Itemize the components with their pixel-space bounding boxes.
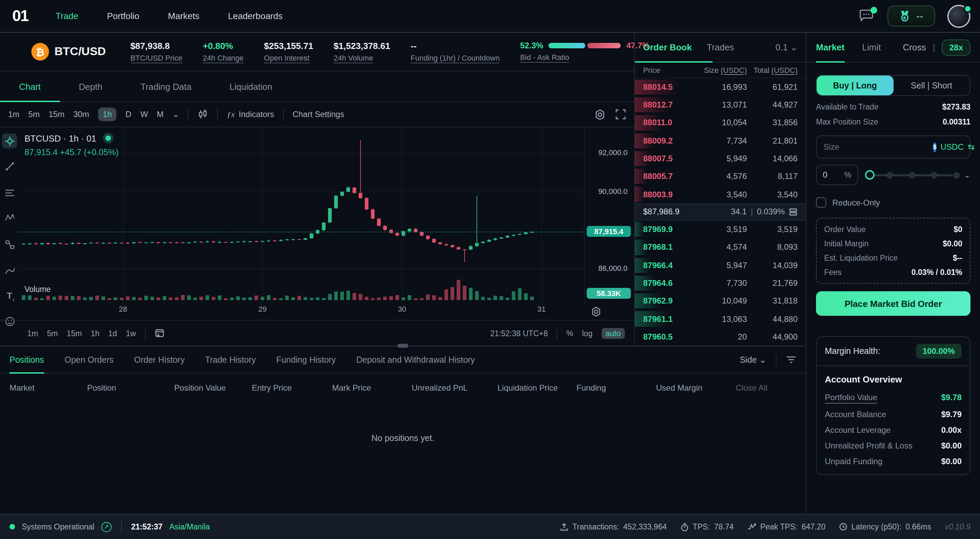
tf-d[interactable]: D	[126, 110, 131, 119]
tf-m[interactable]: M	[157, 110, 164, 119]
ask-row[interactable]: 88005.74,5768,117	[635, 167, 806, 186]
chat-button[interactable]	[859, 8, 875, 24]
chart-settings-button[interactable]: Chart Settings	[293, 110, 344, 119]
tab-positions[interactable]: Positions	[10, 347, 44, 373]
filter-icon[interactable]	[786, 355, 796, 364]
tf-30m[interactable]: 30m	[73, 110, 89, 119]
tab-chart[interactable]: Chart	[0, 72, 60, 102]
leverage-button[interactable]: 28x	[942, 39, 970, 56]
pattern-tool-icon[interactable]	[2, 210, 17, 225]
bid-row[interactable]: 87964.67,73021,769	[635, 274, 806, 292]
bid-row[interactable]: 87962.910,04931,818	[635, 292, 806, 310]
ask-row[interactable]: 88007.55,94914,066	[635, 150, 806, 168]
slider-step[interactable]	[953, 172, 959, 178]
btf-1d[interactable]: 1d	[108, 329, 117, 337]
ask-row[interactable]: 88011.010,05431,856	[635, 114, 806, 132]
scale-percent-button[interactable]: %	[566, 329, 573, 337]
nav-item-leaderboards[interactable]: Leaderboards	[228, 11, 282, 21]
swap-asset-icon[interactable]: ⇆	[968, 142, 975, 152]
size-slider[interactable]	[865, 167, 957, 182]
tab-trades[interactable]: Trades	[707, 33, 734, 62]
scale-auto-button[interactable]: auto	[601, 328, 625, 339]
pair-selector[interactable]: ₿ BTC/USD	[31, 43, 106, 60]
trendline-tool-icon[interactable]	[2, 159, 17, 173]
ask-row[interactable]: 88014.516,99361,921	[635, 78, 806, 96]
tab-market[interactable]: Market	[816, 33, 845, 62]
logo[interactable]: 01	[12, 7, 28, 25]
bid-row[interactable]: 87960.52044,900	[635, 328, 806, 346]
system-status[interactable]: Systems Operational	[22, 523, 95, 531]
slider-expand-icon[interactable]: ⌄	[964, 170, 970, 180]
tf-1h[interactable]: 1h	[98, 108, 117, 121]
btf-1w[interactable]: 1w	[126, 329, 136, 337]
tab-depth[interactable]: Depth	[60, 72, 121, 102]
indicators-button[interactable]: ƒx Indicators	[227, 109, 274, 119]
tab-deposit-withdrawal-history[interactable]: Deposit and Withdrawal History	[356, 347, 475, 373]
nav-item-markets[interactable]: Markets	[168, 11, 199, 21]
tab-limit[interactable]: Limit	[862, 33, 881, 62]
ask-row[interactable]: 88003.93,5403,540	[635, 186, 806, 204]
chart-clock[interactable]: 21:52:38 UTC+8	[490, 329, 548, 337]
brush-tool-icon[interactable]	[2, 263, 17, 278]
go-to-date-icon[interactable]	[154, 328, 164, 338]
margin-mode-selector[interactable]: Cross	[903, 42, 926, 52]
collapse-rail-icon[interactable]: ‹	[12, 295, 15, 304]
horizontal-lines-tool-icon[interactable]	[2, 185, 17, 200]
col-close-all[interactable]: Close All	[736, 383, 806, 393]
tf-5m[interactable]: 5m	[28, 110, 40, 119]
avatar[interactable]	[947, 5, 970, 27]
place-order-button[interactable]: Place Market Bid Order	[816, 291, 970, 316]
tab-liquidation[interactable]: Liquidation	[210, 72, 291, 102]
size-input[interactable]	[824, 142, 929, 152]
tf-15m[interactable]: 15m	[49, 110, 65, 119]
tab-trading-data[interactable]: Trading Data	[121, 72, 210, 102]
bid-row[interactable]: 87961.113,06344,880	[635, 310, 806, 328]
tab-order-book[interactable]: Order Book	[643, 33, 692, 62]
time-axis[interactable]: 28293031	[19, 305, 584, 318]
footer-timezone[interactable]: Asia/Manila	[169, 523, 210, 531]
forecast-tool-icon[interactable]	[2, 237, 17, 252]
slider-step[interactable]	[909, 172, 915, 178]
price-axis[interactable]: 92,000.0 90,000.0 86,000.0 87,915.4 58.3…	[584, 127, 634, 305]
btf-1m[interactable]: 1m	[27, 329, 38, 337]
tab-open-orders[interactable]: Open Orders	[64, 347, 114, 373]
btf-1h[interactable]: 1h	[91, 329, 100, 337]
tf-1m[interactable]: 1m	[8, 110, 19, 119]
chart-gear-icon[interactable]	[594, 108, 606, 120]
spread-row[interactable]: $87,986.9 34.1 | 0.039%	[635, 204, 806, 221]
reduce-only-checkbox[interactable]	[816, 197, 826, 208]
status-link-icon[interactable]: ↗	[102, 522, 111, 532]
side-filter-dropdown[interactable]: Side ⌄	[740, 355, 766, 365]
tf-w[interactable]: W	[140, 110, 148, 119]
crosshair-tool-icon[interactable]	[2, 134, 17, 148]
book-layout-icon[interactable]	[789, 208, 798, 216]
status-dot-icon[interactable]	[103, 133, 114, 144]
buy-long-button[interactable]: Buy | Long	[817, 76, 893, 95]
volume-settings-icon[interactable]	[591, 306, 601, 317]
slider-step[interactable]	[931, 172, 937, 178]
scale-log-button[interactable]: log	[582, 329, 593, 337]
sell-short-button[interactable]: Sell | Short	[893, 76, 970, 95]
bid-row[interactable]: 87968.14,5748,093	[635, 238, 806, 256]
slider-step[interactable]	[887, 172, 893, 178]
precision-dropdown[interactable]: 0.1 ⌄	[775, 42, 798, 52]
tab-order-history[interactable]: Order History	[134, 347, 185, 373]
ask-row[interactable]: 88012.713,07144,927	[635, 96, 806, 114]
bid-row[interactable]: 87969.93,5193,519	[635, 221, 806, 238]
wallet-button[interactable]: ★ --	[888, 5, 935, 27]
tab-funding-history[interactable]: Funding History	[276, 347, 336, 373]
timeframe-more-icon[interactable]: ⌄	[172, 110, 179, 119]
percent-input[interactable]	[823, 170, 840, 180]
x-tick: 31	[537, 305, 546, 313]
ask-row[interactable]: 88009.27,73421,801	[635, 132, 806, 150]
bid-row[interactable]: 87966.45,94714,039	[635, 256, 806, 274]
fullscreen-icon[interactable]	[615, 109, 626, 120]
portfolio-value-label[interactable]: Portfolio Value	[825, 393, 877, 404]
btf-15m[interactable]: 15m	[67, 329, 82, 337]
nav-item-portfolio[interactable]: Portfolio	[107, 11, 139, 21]
slider-handle[interactable]	[865, 170, 875, 180]
candle-style-icon[interactable]	[198, 109, 208, 120]
tab-trade-history[interactable]: Trade History	[205, 347, 256, 373]
nav-item-trade[interactable]: Trade	[56, 11, 78, 21]
btf-5m[interactable]: 5m	[47, 329, 58, 337]
